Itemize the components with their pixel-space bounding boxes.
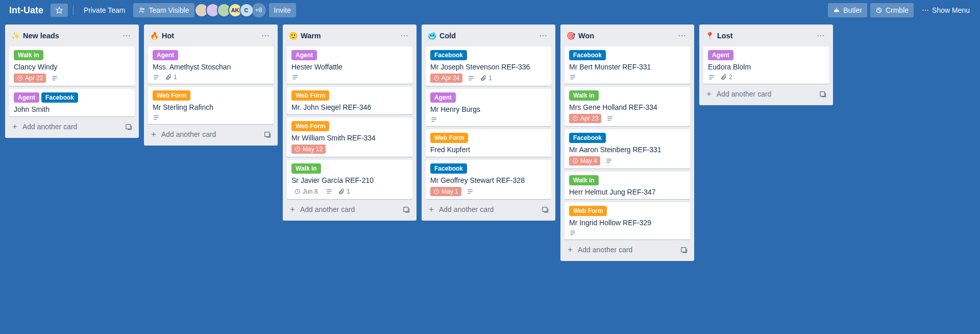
crmble-button[interactable]: Crmble [870,3,914,17]
list-menu-button[interactable]: ⋯ [676,30,688,41]
card[interactable]: Web FormMr Ingrid Hollow REF-329 [565,202,690,240]
label-facebook[interactable]: Facebook [430,50,467,60]
add-card-button[interactable]: Add another card [9,120,135,134]
due-badge[interactable]: Jun 8 [291,187,321,196]
list-header: 🎯 Won ⋯ [565,29,690,43]
add-card-button[interactable]: Add another card [148,127,274,141]
add-card-button[interactable]: Add another card [703,87,829,101]
label-webform[interactable]: Web Form [153,90,190,101]
card[interactable]: FacebookMr Bert Munster REF-331 [565,46,690,84]
list-emoji: 🔥 [150,32,159,40]
list-menu-button[interactable]: ⋯ [398,30,410,41]
invite-button[interactable]: Invite [269,3,296,17]
label-facebook[interactable]: Facebook [569,133,606,143]
due-badge[interactable]: Apr 24 [430,74,462,83]
due-badge[interactable]: May 1 [430,187,461,196]
card[interactable]: AgentEudora Blolm2 [703,46,829,84]
avatar-overflow[interactable]: +8 [252,3,266,17]
list-title[interactable]: Warm [301,32,395,40]
board-title[interactable]: Int-Uate [5,3,47,18]
list-menu-button[interactable]: ⋯ [537,30,549,41]
label-walkin[interactable]: Walk in [569,90,599,101]
list-menu-button[interactable]: ⋯ [259,30,272,41]
due-badge[interactable]: Apr 22 [14,74,46,83]
description-badge [51,75,58,82]
label-agent[interactable]: Agent [291,50,317,60]
label-agent[interactable]: Agent [430,92,456,103]
card-title: Mr Geoffrey Stewart REF-328 [430,176,547,184]
clock-icon [433,188,439,195]
card[interactable]: AgentFacebookJohn Smith [9,89,135,116]
template-icon[interactable] [542,206,549,213]
clock-icon [572,115,578,122]
add-card-button[interactable]: Add another card [426,202,551,217]
add-card-button[interactable]: Add another card [287,202,412,217]
template-icon[interactable] [403,206,410,213]
add-card-button[interactable]: Add another card [565,243,690,257]
card-badges [569,74,685,81]
label-facebook[interactable]: Facebook [430,163,467,174]
private-team-button[interactable]: Private Team [79,3,130,17]
card-labels: Agent [153,50,269,60]
card[interactable]: Web FormMr Sterling Rafinch [148,87,274,124]
template-icon[interactable] [819,90,827,98]
due-badge[interactable]: May 4 [569,156,600,165]
ellipsis-icon: ⋯ [922,6,929,14]
label-agent[interactable]: Agent [14,92,39,103]
due-badge[interactable]: Apr 23 [569,114,601,123]
add-card-label: Add another card [161,130,216,138]
template-icon[interactable] [125,123,133,131]
label-facebook[interactable]: Facebook [569,50,606,60]
card[interactable]: Web FormMr William Smith REF-334May 12 [287,117,412,157]
card[interactable]: Walk inSr Javier García REF-210Jun 81 [287,160,412,199]
list-title[interactable]: New leads [23,32,117,40]
label-webform[interactable]: Web Form [569,206,607,216]
list-title[interactable]: Won [578,32,673,40]
list-title[interactable]: Hot [162,32,256,40]
star-button[interactable] [51,4,68,17]
card[interactable]: AgentMss. Amethyst Stoschan1 [148,46,274,84]
list-menu-button[interactable]: ⋯ [120,30,133,41]
label-webform[interactable]: Web Form [291,90,329,101]
svg-point-7 [879,9,879,9]
card[interactable]: AgentHester Woffattle [287,46,412,84]
card[interactable]: AgentMr Henry Burgs [426,89,551,126]
due-text: Apr 22 [25,75,43,82]
card[interactable]: FacebookMr Joseph Stevenson REF-336Apr 2… [426,46,551,86]
label-webform[interactable]: Web Form [291,121,329,131]
label-webform[interactable]: Web Form [430,133,468,143]
card[interactable]: Web FormMr. John Siegel REF-346 [287,87,412,114]
card[interactable]: Walk inMrs Gene Holland REF-334Apr 23 [565,87,690,126]
label-walkin[interactable]: Walk in [14,50,43,60]
template-icon[interactable] [680,246,688,254]
card[interactable]: FacebookMr Geoffrey Stewart REF-328May 1 [426,160,551,199]
butler-button[interactable]: Butler [828,3,867,17]
show-menu-button[interactable]: ⋯ Show Menu [917,3,975,17]
plus-icon [428,206,435,213]
template-icon[interactable] [264,131,272,138]
list-menu-button[interactable]: ⋯ [815,30,827,41]
card-labels: Walk in [291,163,408,174]
label-agent[interactable]: Agent [708,50,733,60]
description-badge [569,74,576,81]
card[interactable]: Walk inHerr Helmut Jung REF-347 [565,172,690,199]
list-title[interactable]: Lost [717,32,812,40]
label-walkin[interactable]: Walk in [291,163,321,174]
card-title: Mr Henry Burgs [430,105,547,113]
attachment-icon [165,74,172,81]
card[interactable]: FacebookMr Aaron Steinberg REF-331May 4 [565,129,690,169]
card[interactable]: Web FormFred Kupfert [426,129,551,157]
team-visible-button[interactable]: Team Visible [133,3,194,17]
add-card-label: Add another card [22,123,77,131]
card-badges: May 4 [569,156,685,165]
list-title[interactable]: Cold [439,32,534,40]
card-labels: Agent [430,92,547,103]
crmble-icon [875,7,883,14]
label-facebook[interactable]: Facebook [41,92,78,103]
list-header: 🥶 Cold ⋯ [426,29,551,43]
card-title: Eudora Blolm [708,63,824,71]
due-badge[interactable]: May 12 [291,145,326,154]
label-agent[interactable]: Agent [153,50,178,60]
card[interactable]: Walk inClancy WindyApr 22 [9,46,135,86]
label-walkin[interactable]: Walk in [569,175,599,185]
